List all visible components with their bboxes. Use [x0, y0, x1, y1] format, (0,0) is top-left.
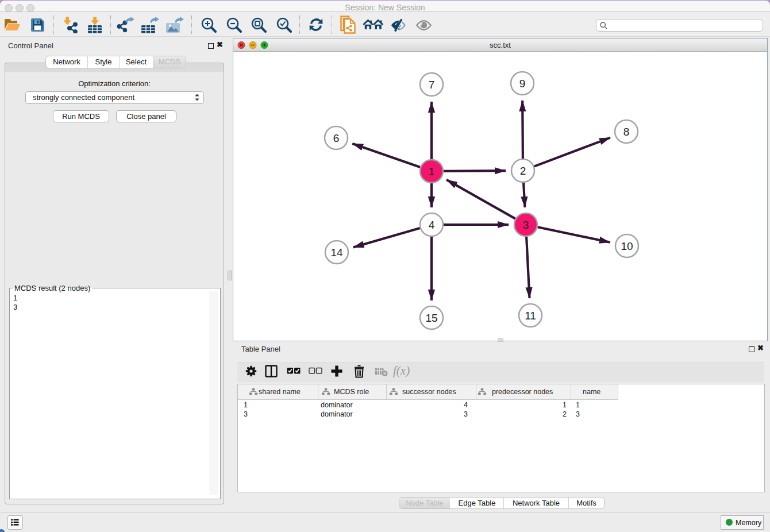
svg-text:4: 4 — [429, 219, 435, 231]
svg-text:1: 1 — [429, 165, 435, 178]
svg-text:3: 3 — [523, 219, 529, 231]
svg-text:7: 7 — [429, 79, 435, 91]
svg-text:11: 11 — [525, 310, 536, 322]
svg-text:8: 8 — [623, 126, 630, 138]
svg-text:10: 10 — [621, 240, 633, 252]
svg-text:15: 15 — [425, 312, 437, 324]
svg-text:2: 2 — [520, 165, 526, 177]
svg-text:9: 9 — [519, 78, 526, 90]
svg-text:14: 14 — [330, 246, 343, 259]
svg-text:6: 6 — [333, 132, 340, 144]
